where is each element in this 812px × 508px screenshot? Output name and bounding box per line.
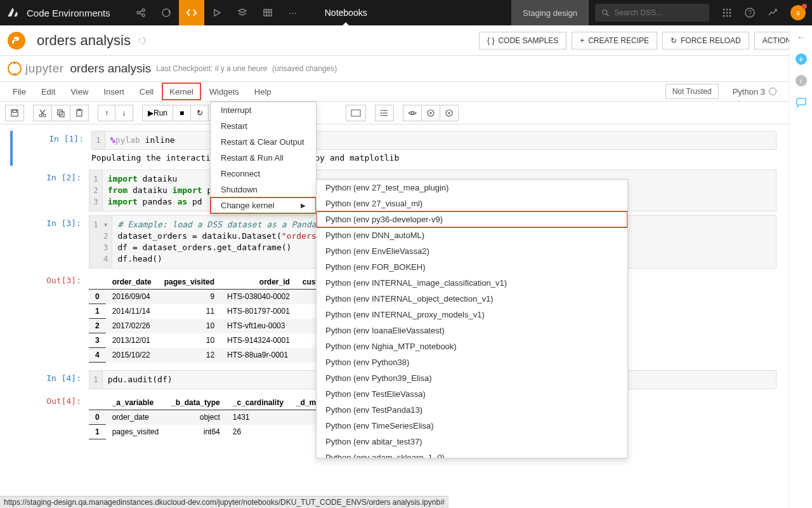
dataiku-logo-icon bbox=[5, 5, 20, 20]
kernel-option[interactable]: Python (env FOR_BOKEH) bbox=[317, 259, 627, 275]
kernel-dropdown: Interrupt Restart Restart & Clear Output… bbox=[210, 102, 317, 214]
prompt-in: In [2]: bbox=[38, 170, 89, 211]
prompt-in: In [1]: bbox=[41, 131, 91, 166]
code-icon[interactable] bbox=[179, 0, 204, 25]
kernel-option[interactable]: Python (env 27_visual_ml) bbox=[317, 196, 627, 211]
create-recipe-button[interactable]: +CREATE RECIPE bbox=[572, 32, 657, 50]
svg-point-39 bbox=[381, 110, 382, 110]
checkpoint-text: Last Checkpoint: il y a une heure bbox=[156, 64, 267, 73]
svg-point-13 bbox=[730, 9, 731, 11]
code-samples-button[interactable]: { }CODE SAMPLES bbox=[479, 32, 566, 50]
svg-point-19 bbox=[730, 15, 731, 17]
kernel-option[interactable]: Python (env Python38) bbox=[317, 354, 627, 370]
plus-icon[interactable]: + bbox=[796, 53, 807, 65]
svg-point-15 bbox=[726, 12, 728, 14]
dataset2-button[interactable] bbox=[440, 105, 459, 121]
menu-file[interactable]: File bbox=[5, 82, 34, 101]
kernel-shutdown[interactable]: Shutdown bbox=[211, 182, 316, 197]
kernel-restart-run[interactable]: Restart & Run All bbox=[211, 150, 316, 166]
menu-cell[interactable]: Cell bbox=[132, 82, 161, 101]
menu-edit[interactable]: Edit bbox=[34, 82, 63, 101]
top-header: Code Environments ⋯ Notebooks Staging de… bbox=[0, 0, 812, 25]
svg-rect-5 bbox=[264, 10, 272, 16]
kernel-option[interactable]: Python (env INTERNAL_image_classificatio… bbox=[317, 275, 627, 291]
kernel-option[interactable]: Python (env TimeSeriesElisa) bbox=[317, 418, 627, 434]
output-text: Populating the interactive namespace fro… bbox=[91, 150, 776, 166]
help-icon[interactable]: ? bbox=[738, 0, 761, 25]
grid-icon[interactable] bbox=[255, 0, 280, 25]
svg-point-40 bbox=[381, 112, 382, 113]
stack-icon[interactable] bbox=[230, 0, 255, 25]
svg-point-14 bbox=[723, 12, 725, 14]
chat-icon[interactable] bbox=[795, 97, 808, 109]
cut-button[interactable] bbox=[33, 105, 52, 121]
prompt-in: In [4]: bbox=[38, 370, 89, 389]
info-icon[interactable]: i bbox=[796, 75, 807, 86]
apps-icon[interactable] bbox=[716, 0, 738, 25]
search-box[interactable] bbox=[595, 4, 709, 22]
prompt-out: Out[4]: bbox=[38, 393, 89, 439]
copy-button[interactable] bbox=[52, 105, 70, 121]
not-trusted-badge[interactable]: Not Trusted bbox=[665, 84, 719, 99]
kernel-option[interactable]: Python (env TestElieVassa) bbox=[317, 386, 627, 402]
svg-point-0 bbox=[137, 11, 140, 14]
dataset-button[interactable] bbox=[422, 105, 440, 121]
more-icon[interactable]: ⋯ bbox=[280, 0, 306, 25]
kernel-option[interactable]: Python (env Nghia_MTP_notebook) bbox=[317, 338, 627, 354]
kernel-option[interactable]: Python (env Python39_Elisa) bbox=[317, 370, 627, 386]
menu-bar: File Edit View Insert Cell Kernel Widget… bbox=[0, 81, 789, 102]
submenu-arrow-icon: ▶ bbox=[301, 202, 306, 209]
cell-1[interactable]: In [1]: 1 %pylab inline Populating the i… bbox=[10, 131, 776, 166]
toolbar: ↑ ↓ ▶ Run ■ ↻ ▸▸ bbox=[0, 102, 789, 124]
staging-button[interactable]: Staging design bbox=[511, 0, 589, 25]
paste-button[interactable] bbox=[70, 105, 89, 121]
stop-button[interactable]: ■ bbox=[173, 105, 191, 121]
run-button[interactable]: ▶ Run bbox=[142, 105, 173, 121]
svg-line-10 bbox=[606, 14, 608, 16]
user-avatar[interactable]: s bbox=[790, 5, 806, 20]
output-table: order_datepages_visitedorder_idcustomer_… bbox=[89, 275, 354, 363]
keyboard-button[interactable] bbox=[346, 105, 366, 121]
save-button[interactable] bbox=[5, 105, 24, 121]
collapse-icon[interactable]: ← bbox=[795, 30, 808, 43]
code-input[interactable]: 1 %pylab inline bbox=[91, 131, 776, 150]
menu-view[interactable]: View bbox=[63, 82, 96, 101]
kernel-option[interactable]: Python (env IoanaElieVassatest) bbox=[317, 323, 627, 338]
kernel-restart[interactable]: Restart bbox=[211, 118, 316, 134]
move-up-button[interactable]: ↑ bbox=[98, 105, 115, 121]
kernel-status-icon bbox=[769, 88, 776, 95]
restart-button[interactable]: ↻ bbox=[191, 105, 209, 121]
kernel-option[interactable]: Python (env adam_sklearn_1_0) bbox=[317, 450, 627, 458]
svg-point-46 bbox=[449, 112, 450, 114]
kernel-change[interactable]: Change kernel ▶ bbox=[210, 197, 317, 214]
notebook-title[interactable]: orders analysis bbox=[70, 62, 152, 76]
svg-point-42 bbox=[411, 112, 414, 114]
force-reload-button[interactable]: ↻FORCE RELOAD bbox=[662, 32, 749, 50]
kernel-option[interactable]: Python (env EnvElieVassa2) bbox=[317, 243, 627, 259]
list-button[interactable] bbox=[375, 105, 394, 121]
kernel-reconnect[interactable]: Reconnect bbox=[211, 166, 316, 182]
menu-kernel[interactable]: Kernel bbox=[162, 83, 201, 100]
menu-help[interactable]: Help bbox=[247, 82, 279, 101]
header-title: Code Environments bbox=[27, 8, 110, 18]
kernel-option[interactable]: Python (env 27_test_mea_plugin) bbox=[317, 180, 627, 196]
move-down-button[interactable]: ↓ bbox=[115, 105, 133, 121]
kernel-option[interactable]: Python (env INTERNAL_object_detection_v1… bbox=[317, 291, 627, 307]
menu-widgets[interactable]: Widgets bbox=[202, 82, 247, 101]
kernel-option[interactable]: Python (env INTERNAL_proxy_models_v1) bbox=[317, 307, 627, 323]
kernel-option[interactable]: Python (env TestPanda13) bbox=[317, 402, 627, 418]
search-input[interactable] bbox=[614, 8, 703, 17]
share-icon[interactable] bbox=[128, 0, 154, 25]
kernel-option[interactable]: Python (env abitar_test37) bbox=[317, 434, 627, 450]
eye-button[interactable] bbox=[403, 105, 422, 121]
cycle-icon[interactable] bbox=[154, 0, 179, 25]
menu-insert[interactable]: Insert bbox=[96, 82, 132, 101]
play-icon[interactable] bbox=[204, 0, 230, 25]
kernel-option[interactable]: Python (env DNN_autoML) bbox=[317, 227, 627, 243]
kernel-interrupt[interactable]: Interrupt bbox=[211, 102, 316, 118]
trend-icon[interactable] bbox=[761, 0, 784, 25]
svg-rect-24 bbox=[13, 110, 16, 112]
kernel-option[interactable]: Python (env py36-developer-v9) bbox=[316, 211, 628, 228]
kernel-restart-clear[interactable]: Restart & Clear Output bbox=[211, 134, 316, 150]
svg-point-25 bbox=[39, 114, 42, 117]
